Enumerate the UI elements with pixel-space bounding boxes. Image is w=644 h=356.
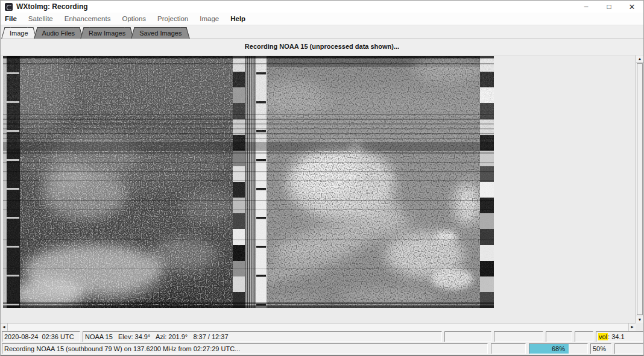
signal-level-percent: 68% [529, 344, 587, 354]
menu-file[interactable]: File [5, 15, 17, 22]
tab-bar: Image Audio Files Raw Images Saved Image… [1, 25, 643, 39]
menu-bar: File Satellite Enhancements Options Proj… [1, 13, 643, 25]
menu-projection[interactable]: Projection [157, 15, 188, 22]
status-bar-1: 2020-08-24 02:36 UTC NOAA 15 Elev: 34.9°… [1, 331, 643, 343]
menu-help[interactable]: Help [230, 15, 245, 22]
window-controls: – □ ✕ [575, 1, 643, 13]
tab-saved-images[interactable]: Saved Images [135, 27, 186, 39]
menu-options[interactable]: Options [122, 15, 146, 22]
app-icon [5, 3, 13, 11]
maximize-button[interactable]: □ [598, 1, 620, 13]
status-empty-3 [546, 331, 572, 342]
status-pass-info: NOAA 15 Elev: 34.9° Azi: 201.9° 8:37 / 1… [83, 331, 442, 342]
window-title: WXtoImg: Recording [16, 2, 88, 11]
gain-percent: 50% [590, 343, 611, 354]
status-volume: vol: 34.1 [596, 331, 643, 342]
scroll-down-icon[interactable]: ▼ [636, 316, 643, 323]
status-empty-1 [444, 331, 491, 342]
apt-image-svg [3, 56, 494, 308]
status-empty-2 [494, 331, 543, 342]
recording-status-text: Recording NOAA 15 (unprocessed data show… [1, 39, 643, 54]
horizontal-scrollbar[interactable]: ◄ ► [1, 323, 636, 331]
scroll-right-icon[interactable]: ► [628, 323, 636, 331]
vertical-scrollbar-thumb[interactable] [637, 63, 643, 315]
status-bar-2: Recording NOAA 15 (southbound 79 W) on 1… [1, 343, 643, 355]
status-datetime: 2020-08-24 02:36 UTC [2, 331, 80, 342]
status-empty-4 [575, 331, 593, 342]
wxtoimg-window: WXtoImg: Recording – □ ✕ File Satellite … [0, 0, 644, 356]
menu-image[interactable]: Image [200, 15, 219, 22]
apt-satellite-image [3, 56, 494, 308]
volume-label-highlight: vol [598, 333, 608, 340]
status-empty-6 [614, 343, 643, 354]
tab-raw-images[interactable]: Raw Images [84, 27, 130, 39]
signal-level-meter: 68% [529, 343, 588, 354]
menu-enhancements[interactable]: Enhancements [65, 15, 111, 22]
volume-value: : 34.1 [608, 333, 625, 340]
title-bar: WXtoImg: Recording – □ ✕ [1, 1, 643, 13]
image-canvas-area: ▲ ▼ ◄ ► [1, 55, 643, 331]
minimize-button[interactable]: – [575, 1, 598, 13]
image-tab-panel: Recording NOAA 15 (unprocessed data show… [1, 39, 643, 331]
status-empty-5 [491, 343, 526, 354]
menu-satellite[interactable]: Satellite [28, 15, 53, 22]
vertical-scrollbar[interactable]: ▲ ▼ [636, 55, 643, 323]
scroll-left-icon[interactable]: ◄ [1, 323, 8, 331]
tab-image[interactable]: Image [5, 27, 33, 39]
tab-audio-files[interactable]: Audio Files [38, 27, 79, 39]
close-button[interactable]: ✕ [620, 1, 643, 13]
status-recording-info: Recording NOAA 15 (southbound 79 W) on 1… [2, 343, 488, 354]
scroll-up-icon[interactable]: ▲ [636, 55, 643, 63]
